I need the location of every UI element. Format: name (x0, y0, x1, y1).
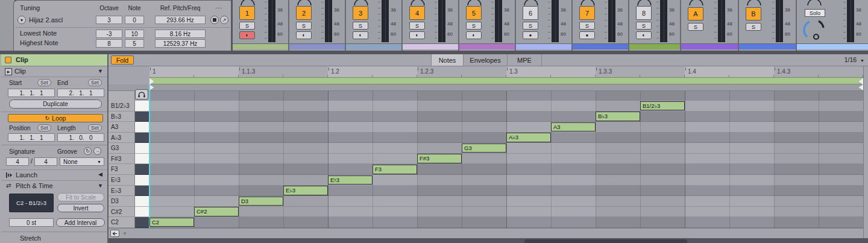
clip-start-marker[interactable] (149, 84, 154, 90)
fold-button[interactable]: Fold (111, 55, 134, 65)
lowest-freq-field[interactable]: 8.16 Hz (155, 30, 206, 38)
piano-key-F3[interactable] (135, 164, 149, 175)
grid-setting[interactable]: 1/16 ▼ (831, 56, 864, 63)
position-field[interactable]: 1. 1. 1 (8, 133, 55, 142)
tuning-dropdown-button[interactable]: ▼ (17, 16, 26, 24)
highest-note-field[interactable]: 5 (125, 39, 144, 48)
tab-envelopes[interactable]: Envelopes (463, 54, 507, 66)
piano-key-D3[interactable] (135, 196, 149, 207)
pan-knob-arc[interactable] (805, 0, 823, 6)
pan-knob-arc[interactable] (522, 0, 540, 6)
lane-fold-button[interactable] (110, 230, 119, 237)
pan-knob-arc[interactable] (687, 0, 705, 6)
piano-key-B♭3[interactable] (135, 112, 149, 122)
open-external-button[interactable]: ↗ (220, 16, 228, 24)
solo-button[interactable]: S (353, 22, 368, 30)
note-block-D3[interactable]: D3 (239, 197, 283, 206)
position-set-button[interactable]: Set (37, 124, 51, 131)
note-block-G3[interactable]: G3 (462, 144, 506, 153)
piano-key-A♭3[interactable] (135, 133, 149, 144)
transpose-field[interactable]: 0 st (9, 218, 54, 227)
grid-row-F#3[interactable] (149, 154, 863, 165)
note-block-F#3[interactable]: F#3 (417, 154, 462, 163)
piano-key-A3[interactable] (135, 122, 149, 133)
midi-arm-button[interactable]: ◐ (466, 31, 482, 39)
lowest-octave-field[interactable]: -3 (96, 30, 122, 38)
pitch-range-display[interactable]: C2 - B1/2♭3 (9, 194, 54, 212)
solo-button[interactable]: S (688, 23, 703, 31)
beat-time-ruler[interactable]: 11.1.31.21.2.31.31.3.31.41.4.3 (108, 66, 868, 77)
track-number-button[interactable]: 4 (409, 6, 425, 20)
length-set-button[interactable]: Set (88, 124, 102, 131)
pan-knob-arc[interactable] (295, 0, 313, 6)
loop-bar[interactable] (149, 77, 863, 84)
track-number-button[interactable]: A (688, 7, 703, 21)
pan-knob-arc[interactable] (635, 0, 653, 6)
solo-button[interactable]: S (409, 22, 425, 30)
preview-headphone-button[interactable] (135, 89, 148, 99)
track-number-button[interactable]: 5 (466, 6, 482, 20)
solo-button[interactable]: S (746, 23, 761, 31)
fit-to-scale-button[interactable]: Fit to Scale (57, 193, 104, 201)
loop-start-marker[interactable] (149, 78, 154, 85)
piano-key-C2[interactable] (135, 217, 149, 228)
note-block-A3[interactable]: A3 (551, 122, 596, 132)
pan-knob-arc[interactable] (579, 0, 597, 6)
grid-row-C#2[interactable] (149, 207, 863, 218)
midi-arm-button[interactable]: ◐ (239, 31, 255, 39)
groove-commit-button[interactable]: → (93, 147, 101, 155)
tab-mpe[interactable]: MPE (507, 54, 542, 66)
signature-denominator-field[interactable]: 4 (34, 157, 57, 166)
piano-key-C#2[interactable] (135, 207, 149, 218)
midi-arm-button[interactable]: ◐ (409, 31, 425, 39)
preview-volume-knob[interactable] (802, 18, 828, 41)
grid-row-E♮3[interactable] (149, 175, 863, 186)
lowest-note-field[interactable]: 10 (125, 30, 144, 38)
pitch-time-section-header[interactable]: ⇄ Pitch & Time ▼ (1, 180, 107, 191)
groove-extract-button[interactable]: ↻ (84, 147, 92, 155)
clip-end-marker[interactable] (858, 84, 863, 90)
tuning-scale-octave-field[interactable]: 3 (96, 16, 122, 24)
track-number-button[interactable]: 1 (239, 6, 255, 20)
piano-key-G3[interactable] (135, 143, 149, 154)
add-interval-button[interactable]: Add Interval (56, 218, 105, 227)
pan-knob-arc[interactable] (409, 0, 427, 6)
loop-button[interactable]: ↻ Loop (8, 114, 103, 122)
track-number-button[interactable]: 2 (296, 6, 312, 20)
signature-numerator-field[interactable]: 4 (6, 157, 29, 166)
launch-section-header[interactable]: Launch ◀ (1, 169, 107, 180)
solo-button[interactable]: S (579, 22, 595, 30)
pan-knob-arc[interactable] (465, 0, 483, 6)
grid-row-G3[interactable] (149, 143, 863, 154)
note-block-F3[interactable]: F3 (373, 165, 417, 174)
save-tuning-button[interactable] (210, 16, 219, 24)
solo-button[interactable]: S (239, 22, 255, 30)
note-block-B♭3[interactable]: B♭3 (596, 112, 640, 121)
clip-section-row[interactable]: ▶ Clip ▼ (1, 66, 107, 77)
pan-knob-arc[interactable] (352, 0, 370, 6)
track-number-button[interactable]: B (746, 7, 761, 21)
highest-freq-field[interactable]: 12529.37 Hz (155, 39, 206, 48)
note-block-A♭3[interactable]: A♭3 (506, 133, 551, 142)
tuning-scale-name[interactable]: Hijaz 2.ascl (29, 16, 63, 24)
tuning-scale-ref-field[interactable]: 293.66 Hz (155, 16, 206, 24)
piano-key-E♮3[interactable] (135, 175, 149, 186)
track-number-button[interactable]: 6 (523, 6, 538, 20)
track-number-button[interactable]: 7 (579, 6, 595, 20)
grid-row-C2[interactable] (149, 217, 863, 228)
solo-button[interactable]: S (466, 22, 482, 30)
track-number-button[interactable]: 8 (636, 6, 652, 20)
piano-key-E♭3[interactable] (135, 186, 149, 197)
clip-activator-checkbox[interactable] (5, 57, 11, 63)
pan-knob-arc[interactable] (239, 0, 257, 6)
audio-arm-button[interactable]: ● (523, 31, 538, 39)
grid-row-B♭3[interactable] (149, 112, 863, 122)
groove-select[interactable]: None ▼ (60, 157, 104, 166)
note-block-B1/2♭3[interactable]: B1/2♭3 (640, 101, 685, 111)
invert-button[interactable]: Invert (57, 204, 104, 212)
highest-octave-field[interactable]: 8 (96, 39, 122, 48)
solo-button[interactable]: S (636, 22, 652, 30)
solo-button[interactable]: S (296, 22, 312, 30)
note-block-E♭3[interactable]: E♭3 (283, 186, 328, 195)
audio-arm-button[interactable]: ● (579, 31, 595, 39)
